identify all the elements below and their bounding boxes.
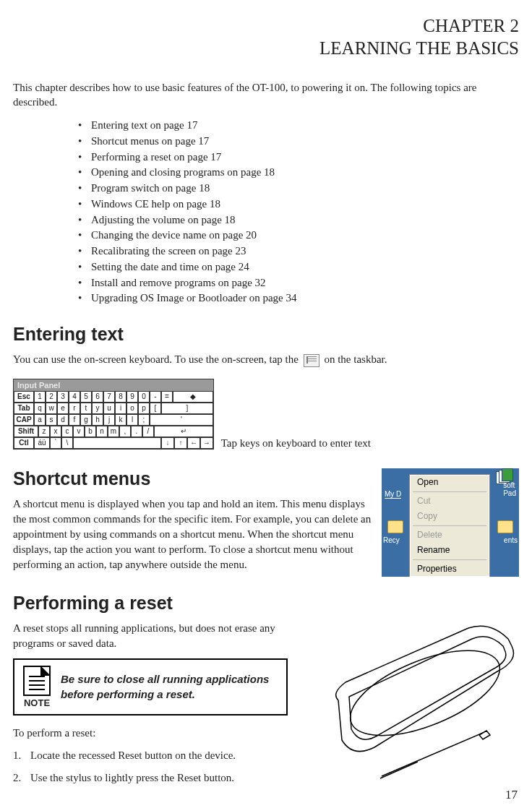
chapter-title: LEARNING THE BASICS	[13, 37, 519, 59]
key: 1	[34, 391, 46, 403]
step: Locate the recessed Reset button on the …	[13, 748, 288, 763]
key: q	[34, 403, 46, 414]
key: 5	[80, 391, 92, 403]
key: o	[126, 403, 138, 414]
key: Tab	[14, 403, 34, 414]
svg-point-0	[339, 633, 511, 753]
chapter-number: CHAPTER 2	[13, 14, 519, 37]
key: h	[92, 414, 103, 426]
key: .	[131, 426, 142, 437]
chapter-header: CHAPTER 2 LEARNING THE BASICS	[13, 14, 519, 60]
key: x	[50, 426, 61, 437]
note-label: NOTE	[23, 697, 51, 708]
key: d	[57, 414, 69, 426]
key: ;	[138, 414, 150, 426]
list-item: Upgrading OS Image or Bootloader on page…	[78, 291, 519, 306]
text-before-icon: You can use the on-screen keyboard. To u…	[13, 353, 299, 365]
intro-paragraph: This chapter describes how to use basic …	[13, 80, 519, 110]
key: -	[150, 391, 161, 403]
key: z	[38, 426, 50, 437]
key: k	[115, 414, 126, 426]
key: 9	[126, 391, 138, 403]
key: g	[80, 414, 92, 426]
menu-item-copy: Copy	[410, 509, 489, 524]
reset-lead: To perform a reset:	[13, 726, 288, 741]
key: '	[150, 414, 213, 426]
key: c	[61, 426, 73, 437]
svg-line-2	[380, 762, 418, 778]
key: 7	[103, 391, 115, 403]
heading-performing-reset: Performing a reset	[13, 593, 519, 614]
list-item: Shortcut menus on page 17	[78, 134, 519, 150]
svg-line-1	[382, 733, 483, 776]
text-after-icon: on the taskbar.	[324, 353, 387, 365]
list-item: Recalibrating the screen on page 23	[78, 244, 519, 259]
key: v	[73, 426, 85, 437]
key: \	[61, 437, 73, 449]
menu-item-delete: Delete	[410, 528, 489, 543]
heading-shortcut-menus: Shortcut menus	[13, 468, 373, 489]
key: s	[46, 414, 57, 426]
list-item: Install and remove programs on page 32	[78, 275, 519, 291]
key: =	[161, 391, 173, 403]
list-item: Adjusting the volume on page 18	[78, 212, 519, 228]
key: 0	[138, 391, 150, 403]
menu-item-open: Open	[410, 475, 489, 490]
key: 3	[57, 391, 69, 403]
desktop-label: My D	[385, 490, 401, 498]
list-item: Changing the device name on page 20	[78, 228, 519, 244]
key: a	[34, 414, 46, 426]
list-item: Entering text on page 17	[78, 118, 519, 134]
key-left: ←	[187, 437, 200, 449]
key: j	[103, 414, 115, 426]
key: Shift	[14, 426, 38, 437]
folder-icon	[497, 520, 513, 533]
desktop-label: Recy	[383, 536, 400, 544]
page-number: 17	[505, 788, 518, 802]
input-panel-screenshot: Input Panel Esc 1 2 3 4 5 6 7 8 9 0 - = …	[13, 379, 214, 450]
menu-item-rename: Rename	[410, 543, 489, 558]
reset-steps: Locate the recessed Reset button on the …	[13, 748, 288, 786]
key: e	[57, 403, 69, 414]
keyboard-caption: Tap keys on keyboard to enter text	[221, 437, 371, 449]
key: n	[96, 426, 108, 437]
note-text: Be sure to close all running application…	[61, 672, 278, 702]
context-menu: Open Cut Copy Delete Rename Properties	[409, 474, 490, 577]
key: u	[103, 403, 115, 414]
key: b	[85, 426, 96, 437]
key: ]	[161, 403, 213, 414]
list-item: Program switch on page 18	[78, 181, 519, 197]
key: Esc	[14, 391, 34, 403]
list-item: Setting the date and time on page 24	[78, 259, 519, 275]
list-item: Performing a reset on page 17	[78, 150, 519, 166]
key: 6	[92, 391, 103, 403]
key: l	[126, 414, 138, 426]
entering-text-paragraph: You can use the on-screen keyboard. To u…	[13, 352, 519, 367]
list-item: Windows CE help on page 18	[78, 197, 519, 212]
key: áü	[34, 437, 50, 449]
heading-entering-text: Entering text	[13, 324, 519, 345]
key: ,	[119, 426, 131, 437]
reset-body: A reset stops all running applications, …	[13, 621, 288, 651]
key-up: ↑	[174, 437, 187, 449]
key: `	[50, 437, 61, 449]
key: CAP	[14, 414, 34, 426]
key: 8	[115, 391, 126, 403]
key: 4	[69, 391, 80, 403]
key: Ctl	[14, 437, 34, 449]
key: y	[92, 403, 103, 414]
key: [	[150, 403, 161, 414]
device-illustration	[302, 621, 519, 790]
key-right: →	[200, 437, 213, 449]
folder-icon	[387, 520, 403, 533]
note-icon	[23, 666, 51, 696]
key: 2	[46, 391, 57, 403]
key: p	[138, 403, 150, 414]
menu-item-properties: Properties	[410, 562, 489, 577]
menu-item-cut: Cut	[410, 494, 489, 509]
key: w	[46, 403, 57, 414]
input-panel-title: Input Panel	[14, 379, 213, 391]
key: r	[69, 403, 80, 414]
step: Use the stylus to lightly press the Rese…	[13, 770, 288, 786]
key: m	[108, 426, 119, 437]
